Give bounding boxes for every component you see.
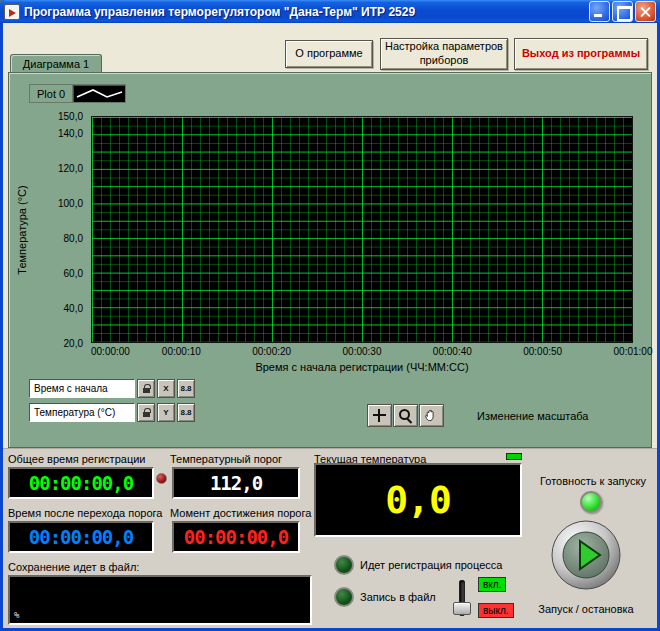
minimize-button[interactable] — [589, 1, 610, 22]
total-time-display: 00:00:00,0 — [8, 467, 154, 499]
plot-legend-sample[interactable] — [72, 84, 126, 103]
x-axis-ticks: 00:00:0000:00:1000:00:2000:00:3000:00:40… — [91, 346, 633, 359]
x-tick-label: 00:00:00 — [91, 346, 130, 357]
threshold-moment-display: 00:00:00,0 — [172, 521, 300, 553]
x-tick-label: 00:00:50 — [523, 346, 562, 357]
threshold-moment-label: Момент достижения порога — [170, 507, 311, 519]
device-settings-button[interactable]: Настройка параметров приборов — [380, 38, 508, 70]
close-button[interactable] — [635, 1, 656, 22]
y-tick-label: 150,0 — [58, 111, 83, 122]
lock-icon — [143, 412, 150, 417]
x-autoscale-button[interactable]: X — [157, 379, 175, 398]
y-tick-label: 140,0 — [58, 128, 83, 139]
x-tick-label: 00:00:30 — [343, 346, 382, 357]
control-panel: Общее время регистрации 00:00:00,0 Темпе… — [3, 448, 657, 628]
about-button[interactable]: О программе — [285, 40, 373, 68]
x-scale-name-box[interactable]: Время с начала — [29, 379, 135, 398]
x-tick-label: 00:00:10 — [162, 346, 201, 357]
hand-icon — [424, 408, 439, 423]
client-area: О программе Настройка параметров приборо… — [3, 23, 657, 628]
y-scale-name-box[interactable]: Температура (°C) — [29, 403, 135, 422]
zoom-tool-button[interactable] — [393, 404, 418, 427]
lock-icon — [143, 388, 150, 393]
registration-led — [334, 555, 354, 575]
x-format-button[interactable]: 8.8 — [177, 379, 195, 398]
maximize-button[interactable] — [612, 1, 633, 22]
exit-program-button[interactable]: Выход из программы — [514, 38, 648, 70]
y-axis-title: Температура (°C) — [13, 116, 31, 343]
crosshair-icon — [373, 409, 386, 422]
ready-led — [580, 491, 602, 513]
switch-off-label: выкл. — [478, 603, 514, 618]
y-tick-label: 60,0 — [64, 268, 83, 279]
x-axis-title: Время с начала регистрации (ЧЧ:ММ:СС) — [91, 361, 633, 373]
switch-on-label: вкл. — [478, 577, 506, 592]
app-icon[interactable] — [4, 4, 20, 20]
x-scale-lock-button[interactable] — [137, 379, 155, 398]
text-cursor-glyph: % — [14, 610, 18, 620]
registration-label: Идет регистрация процесса — [360, 559, 502, 571]
y-format-button[interactable]: 8.8 — [177, 403, 195, 422]
status-indicator — [506, 453, 522, 460]
y-tick-label: 80,0 — [64, 233, 83, 244]
window-title: Программа управления терморегулятором "Д… — [24, 5, 589, 19]
total-time-label: Общее время регистрации — [8, 453, 145, 465]
magnifier-icon — [398, 408, 413, 423]
window-controls — [589, 1, 656, 22]
threshold-input-display[interactable]: 112,0 — [172, 467, 300, 499]
y-scale-legend-row: Температура (°C) Y 8.8 — [29, 403, 195, 422]
zoom-hint-label: Изменение масштаба — [477, 410, 588, 422]
app-window: Программа управления терморегулятором "Д… — [0, 0, 660, 631]
current-temp-display: 0,0 — [314, 463, 522, 537]
write-file-label: Запись в файл — [360, 591, 436, 603]
titlebar[interactable]: Программа управления терморегулятором "Д… — [0, 0, 660, 23]
y-scale-lock-button[interactable] — [137, 403, 155, 422]
time-after-label: Время после перехода порога — [8, 507, 162, 519]
plot-legend-label[interactable]: Plot 0 — [29, 84, 72, 103]
start-stop-button[interactable] — [550, 519, 622, 591]
threshold-led — [156, 473, 167, 484]
y-axis-ticks: 150,0140,0120,0100,080,060,040,020,0 — [37, 116, 87, 343]
y-tick-label: 100,0 — [58, 198, 83, 209]
y-autoscale-button[interactable]: Y — [157, 403, 175, 422]
tab-diagram-1[interactable]: Диаграмма 1 — [10, 54, 102, 73]
y-tick-label: 40,0 — [64, 303, 83, 314]
pan-tool-button[interactable] — [419, 404, 444, 427]
write-file-toggle-switch[interactable] — [452, 577, 472, 619]
y-tick-label: 20,0 — [64, 338, 83, 349]
play-icon — [550, 519, 622, 591]
plot-line-sample-icon — [73, 85, 125, 102]
time-after-display: 00:00:00,0 — [8, 521, 154, 553]
crosshair-tool-button[interactable] — [367, 404, 392, 427]
x-tick-label: 00:00:20 — [252, 346, 291, 357]
ready-label: Готовность к запуску — [531, 475, 655, 487]
x-scale-legend-row: Время с начала X 8.8 — [29, 379, 195, 398]
plot-legend[interactable]: Plot 0 — [29, 84, 126, 103]
file-save-box: % — [8, 575, 312, 625]
threshold-label: Температурный порог — [170, 453, 282, 465]
x-tick-label: 00:01:00 — [614, 346, 653, 357]
x-tick-label: 00:00:40 — [433, 346, 472, 357]
tab-page-diagram: Plot 0 Температура (°C) 150,0140,0120,01… — [8, 72, 652, 448]
chart-plot-area[interactable] — [91, 116, 633, 343]
y-tick-label: 120,0 — [58, 163, 83, 174]
graph-palette — [367, 404, 445, 427]
write-file-led — [334, 587, 354, 607]
start-stop-label: Запуск / остановка — [523, 603, 649, 615]
switch-knob[interactable] — [453, 602, 471, 615]
file-save-label: Сохранение идет в файл: — [8, 561, 139, 573]
